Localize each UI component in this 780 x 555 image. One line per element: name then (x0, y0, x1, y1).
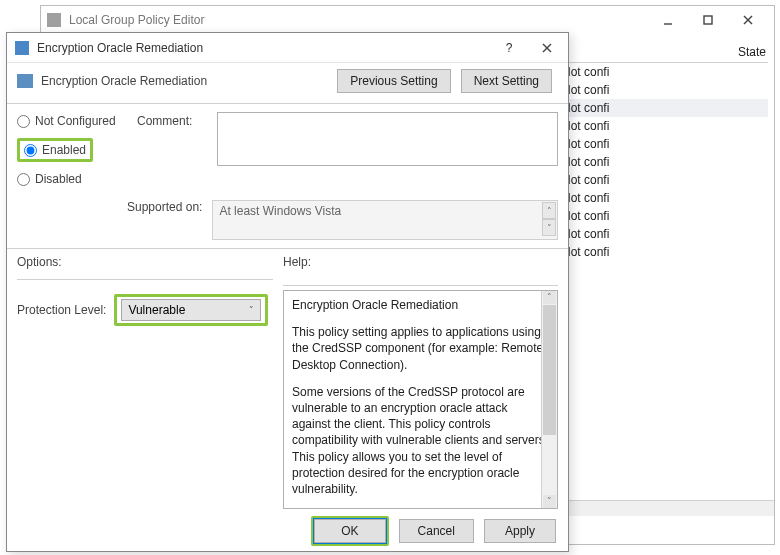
dialog-subtitle: Encryption Oracle Remediation (41, 74, 337, 88)
minimize-button[interactable] (648, 8, 688, 32)
help-label: Help: (283, 255, 558, 269)
cancel-button[interactable]: Cancel (399, 519, 474, 543)
radio-label: Enabled (42, 143, 86, 157)
supported-on-box: At least Windows Vista ˄˅ (212, 200, 558, 240)
supported-scroll[interactable]: ˄˅ (542, 202, 556, 236)
dialog-close-button[interactable] (528, 35, 566, 61)
supported-on-label: Supported on: (127, 200, 202, 214)
close-button[interactable] (728, 8, 768, 32)
radio-label: Disabled (35, 172, 82, 186)
help-text-box: Encryption Oracle Remediation This polic… (283, 290, 558, 509)
chevron-down-icon[interactable]: ˅ (543, 495, 556, 508)
policy-icon (15, 41, 29, 55)
dialog-subtitle-row: Encryption Oracle Remediation Previous S… (7, 63, 568, 101)
comment-label: Comment: (137, 112, 207, 128)
divider (7, 248, 568, 249)
scrollbar-thumb[interactable] (543, 305, 556, 435)
state-radio-group: Not Configured Enabled Disabled (17, 112, 127, 196)
divider (7, 103, 568, 104)
svg-rect-1 (704, 16, 712, 24)
protection-level-label: Protection Level: (17, 303, 106, 317)
main-titlebar: Local Group Policy Editor (41, 6, 774, 34)
next-setting-button[interactable]: Next Setting (461, 69, 552, 93)
maximize-button[interactable] (688, 8, 728, 32)
divider (17, 279, 273, 280)
app-icon (47, 13, 61, 27)
help-heading: Encryption Oracle Remediation (292, 297, 549, 313)
ok-button[interactable]: OK (314, 519, 385, 543)
radio-disabled[interactable]: Disabled (17, 172, 127, 186)
protection-level-dropdown[interactable]: Vulnerable ˅ (121, 299, 261, 321)
supported-on-value: At least Windows Vista (219, 204, 341, 218)
chevron-down-icon: ˅ (249, 305, 254, 315)
help-paragraph: Some versions of the CredSSP protocol ar… (292, 384, 549, 497)
protection-level-value: Vulnerable (128, 303, 185, 317)
previous-setting-button[interactable]: Previous Setting (337, 69, 450, 93)
apply-button[interactable]: Apply (484, 519, 556, 543)
help-paragraph: This policy setting applies to applicati… (292, 324, 549, 373)
state-column-header[interactable]: State (738, 45, 766, 59)
radio-enabled-input[interactable] (24, 144, 37, 157)
dialog-titlebar: Encryption Oracle Remediation ? (7, 33, 568, 63)
help-scrollbar[interactable]: ˄ ˅ (541, 291, 557, 508)
options-label: Options: (17, 255, 273, 269)
divider (283, 285, 558, 286)
comment-textarea[interactable] (217, 112, 558, 166)
radio-disabled-input[interactable] (17, 173, 30, 186)
radio-label: Not Configured (35, 114, 116, 128)
main-title: Local Group Policy Editor (69, 13, 648, 27)
dialog-help-button[interactable]: ? (490, 35, 528, 61)
policy-dialog: Encryption Oracle Remediation ? Encrypti… (6, 32, 569, 552)
chevron-down-icon[interactable]: ˅ (542, 219, 556, 236)
chevron-up-icon[interactable]: ˄ (542, 202, 556, 219)
dialog-title: Encryption Oracle Remediation (37, 41, 490, 55)
radio-not-configured[interactable]: Not Configured (17, 114, 127, 128)
radio-not-configured-input[interactable] (17, 115, 30, 128)
dialog-footer: OK Cancel Apply (7, 511, 568, 551)
policy-subtitle-icon (17, 74, 33, 88)
radio-enabled[interactable]: Enabled (24, 143, 86, 157)
chevron-up-icon[interactable]: ˄ (543, 291, 556, 304)
labels-column: Comment: (137, 112, 207, 196)
help-paragraph: If you enable this policy setting, CredS… (292, 508, 549, 509)
